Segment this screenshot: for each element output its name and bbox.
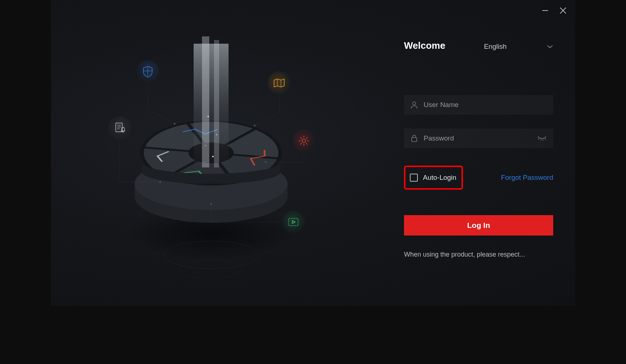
svg-rect-39 [289,218,298,226]
svg-marker-40 [292,221,295,223]
auto-login-label: Auto-Login [423,174,456,182]
play-icon [282,210,305,234]
checkbox-box [410,174,418,182]
svg-point-5 [180,260,242,279]
language-selector[interactable]: English [484,43,553,51]
svg-point-7 [135,158,288,210]
svg-point-19 [265,161,267,163]
login-button[interactable]: Log In [404,215,553,236]
svg-line-36 [306,143,308,145]
svg-point-17 [254,125,256,127]
svg-point-12 [207,116,209,117]
window-controls [542,7,567,15]
login-button-label: Log In [467,221,490,230]
password-field[interactable] [404,128,553,148]
svg-point-8 [189,142,234,163]
login-window: Welcome English [51,0,575,306]
document-bell-icon [108,116,131,139]
minimize-button[interactable] [542,7,549,14]
svg-line-35 [300,137,302,139]
svg-line-44 [541,139,541,141]
svg-point-30 [302,139,306,143]
svg-rect-9 [194,44,229,175]
svg-point-41 [413,102,416,105]
svg-point-20 [210,203,212,205]
svg-point-15 [205,145,206,146]
svg-rect-10 [202,36,209,167]
welcome-title: Welcome [404,40,445,51]
user-icon [411,101,418,109]
forgot-password-link[interactable]: Forgot Password [501,174,553,182]
password-input[interactable] [424,134,531,142]
svg-point-18 [159,181,161,183]
svg-line-43 [538,138,539,140]
svg-point-13 [216,134,217,135]
svg-point-3 [127,207,295,259]
svg-line-38 [300,143,302,145]
username-input[interactable] [424,101,547,109]
gear-icon [292,129,316,153]
svg-rect-11 [214,40,219,167]
svg-line-45 [543,139,543,141]
svg-rect-25 [116,123,122,132]
disclaimer-text: When using the product, please respect..… [404,251,553,258]
svg-line-37 [306,137,308,139]
eye-closed-icon[interactable] [537,136,547,141]
login-panel: Welcome English [404,40,553,258]
username-field[interactable] [404,95,553,115]
auto-login-checkbox[interactable]: Auto-Login [404,166,463,190]
svg-point-6 [135,170,288,223]
lock-icon [411,134,418,142]
language-label: English [484,43,507,51]
map-icon [268,71,291,95]
svg-point-29 [122,131,123,132]
svg-rect-42 [412,138,417,142]
chevron-down-icon [547,43,553,51]
svg-point-16 [174,123,176,125]
close-button[interactable] [559,7,567,15]
hero-illustration [51,0,379,306]
svg-point-14 [212,156,214,157]
svg-line-46 [545,138,546,140]
svg-point-4 [164,241,258,269]
shield-icon [136,60,159,83]
